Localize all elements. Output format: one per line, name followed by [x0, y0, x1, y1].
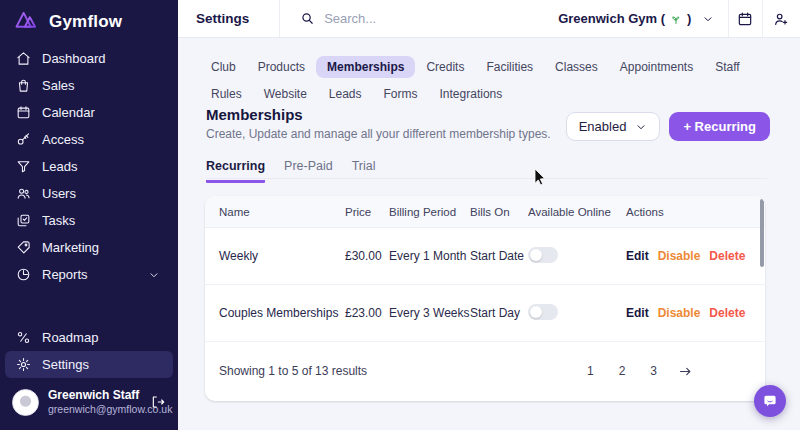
subtab-pre-paid[interactable]: Pre-Paid	[284, 159, 333, 183]
sidebar-item-label: Sales	[42, 78, 75, 93]
sidebar-item-label: Tasks	[42, 213, 75, 228]
user-plus-icon	[773, 11, 789, 27]
subtabs-divider	[206, 178, 767, 179]
chevron-down-icon	[702, 13, 714, 25]
tab-integrations[interactable]: Integrations	[429, 83, 514, 105]
toggle-knob	[530, 306, 542, 318]
column-header-bills-on: Bills On	[470, 206, 528, 218]
sidebar-item-access[interactable]: Access	[0, 126, 178, 153]
page-header-actions: Enabled + Recurring	[566, 112, 770, 141]
sidebar-item-roadmap[interactable]: Roadmap	[0, 324, 178, 351]
sidebar-item-marketing[interactable]: Marketing	[0, 234, 178, 261]
available-online-toggle[interactable]	[528, 304, 558, 320]
sidebar-item-dashboard[interactable]: Dashboard	[0, 45, 178, 72]
search-icon	[300, 11, 315, 26]
tab-leads[interactable]: Leads	[318, 83, 373, 105]
sidebar-item-settings[interactable]: Settings	[5, 351, 173, 378]
settings-tabs: Club Products Memberships Credits Facili…	[200, 56, 780, 105]
edit-link[interactable]: Edit	[626, 306, 649, 320]
tab-forms[interactable]: Forms	[373, 83, 429, 105]
page-number-3[interactable]: 3	[646, 362, 661, 380]
tab-rules[interactable]: Rules	[200, 83, 253, 105]
sidebar-item-label: Settings	[42, 357, 89, 372]
disable-link[interactable]: Disable	[658, 306, 701, 320]
toggle-knob	[530, 249, 542, 261]
tab-facilities[interactable]: Facilities	[475, 56, 544, 78]
column-header-price: Price	[345, 206, 389, 218]
chat-widget-button[interactable]	[754, 385, 786, 417]
membership-name: Weekly	[219, 249, 345, 263]
page-number-1[interactable]: 1	[583, 362, 598, 380]
page-header: Memberships Create, Update and manage al…	[206, 106, 551, 141]
tasks-icon	[16, 213, 31, 228]
column-header-billing-period: Billing Period	[389, 206, 470, 218]
table-header: Name Price Billing Period Bills On Avail…	[205, 196, 765, 228]
sidebar: Gymflow Dashboard Sales Calendar Access …	[0, 0, 178, 430]
sidebar-item-tasks[interactable]: Tasks	[0, 207, 178, 234]
sidebar-item-label: Calendar	[42, 105, 95, 120]
table-row: Weekly £30.00 Every 1 Month Start Date E…	[205, 228, 765, 285]
logout-icon[interactable]	[150, 394, 166, 410]
table-footer: Showing 1 to 5 of 13 results 1 2 3	[205, 342, 765, 400]
next-page-icon[interactable]	[678, 364, 693, 379]
tab-memberships[interactable]: Memberships	[316, 56, 415, 78]
user-profile[interactable]: Greenwich Staff greenwich@gymflow.co.uk	[0, 378, 178, 430]
avatar	[12, 389, 39, 416]
row-actions: Edit Disable Delete	[626, 306, 765, 320]
column-header-actions: Actions	[626, 206, 765, 218]
available-online-toggle[interactable]	[528, 247, 558, 263]
sidebar-item-label: Access	[42, 132, 84, 147]
sidebar-item-sales[interactable]: Sales	[0, 72, 178, 99]
sidebar-item-label: Dashboard	[42, 51, 106, 66]
page-subtitle: Create, Update and manage all your diffe…	[206, 127, 551, 141]
status-filter-value: Enabled	[579, 119, 627, 134]
subtab-trial[interactable]: Trial	[352, 159, 376, 183]
sidebar-item-leads[interactable]: Leads	[0, 153, 178, 180]
tab-website[interactable]: Website	[253, 83, 318, 105]
app-logo[interactable]: Gymflow	[0, 0, 178, 45]
table-scrollbar[interactable]	[760, 199, 764, 267]
disable-link[interactable]: Disable	[658, 249, 701, 263]
sidebar-item-calendar[interactable]: Calendar	[0, 99, 178, 126]
results-count: Showing 1 to 5 of 13 results	[219, 364, 367, 378]
chevron-down-icon	[148, 269, 160, 281]
profile-text: Greenwich Staff greenwich@gymflow.co.uk	[48, 388, 141, 416]
main-content: Club Products Memberships Credits Facili…	[178, 39, 800, 430]
membership-bills-on: Start Day	[470, 306, 528, 320]
sidebar-item-reports[interactable]: Reports	[0, 261, 178, 288]
delete-link[interactable]: Delete	[709, 249, 745, 263]
tag-icon	[16, 240, 31, 255]
gymflow-logo-icon	[14, 11, 39, 32]
subtab-recurring[interactable]: Recurring	[206, 159, 265, 183]
sidebar-item-users[interactable]: Users	[0, 180, 178, 207]
page-number-2[interactable]: 2	[615, 362, 630, 380]
sidebar-item-label: Users	[42, 186, 76, 201]
tab-products[interactable]: Products	[247, 56, 316, 78]
home-icon	[16, 51, 31, 66]
tab-classes[interactable]: Classes	[544, 56, 609, 78]
edit-link[interactable]: Edit	[626, 249, 649, 263]
tab-club[interactable]: Club	[200, 56, 247, 78]
gym-switcher[interactable]: Greenwich Gym ( )	[544, 11, 728, 26]
chevron-down-icon	[635, 121, 647, 133]
delete-link[interactable]: Delete	[709, 306, 745, 320]
topbar: Settings Greenwich Gym ( )	[178, 0, 800, 38]
membership-price: £23.00	[345, 306, 389, 320]
add-user-button[interactable]	[762, 0, 800, 37]
add-recurring-button[interactable]: + Recurring	[669, 112, 770, 141]
search-input[interactable]	[324, 11, 544, 26]
gym-name: Greenwich Gym (	[558, 11, 665, 26]
chat-bubble-icon	[762, 393, 778, 409]
tab-appointments[interactable]: Appointments	[609, 56, 704, 78]
calendar-button[interactable]	[729, 0, 761, 37]
sidebar-item-label: Marketing	[42, 240, 99, 255]
logo-text: Gymflow	[49, 12, 122, 32]
membership-bills-on: Start Date	[470, 249, 528, 263]
tab-credits[interactable]: Credits	[415, 56, 475, 78]
column-header-name: Name	[219, 206, 345, 218]
membership-price: £30.00	[345, 249, 389, 263]
status-filter-select[interactable]: Enabled	[566, 112, 661, 141]
users-icon	[16, 186, 31, 201]
tab-staff[interactable]: Staff	[704, 56, 750, 78]
sprout-icon	[670, 13, 682, 25]
